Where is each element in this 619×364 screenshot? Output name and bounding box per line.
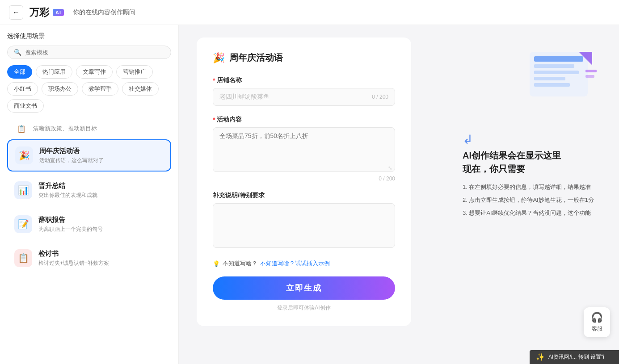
- cs-label: 客服: [592, 325, 602, 333]
- cs-float-button[interactable]: 🎧 客服: [584, 307, 610, 337]
- sidebar-list: 📋 清晰新政策、推动新目标 🎉 周年庆活动语 活动宣传语，这么写就对了 📊 晋升…: [0, 118, 178, 364]
- ai-hint-box: ↲ AI创作结果会在显示这里现在，你只需要 1. 在左侧填好必要的信息，填写越详…: [463, 132, 594, 221]
- promotion-desc: 突出你最佳的表现和成就: [38, 192, 164, 199]
- review-title: 检讨书: [38, 250, 164, 258]
- shop-name-label: * 店铺名称: [213, 76, 395, 84]
- category-tag-marketing[interactable]: 营销推广: [116, 65, 153, 79]
- sidebar-item-anniversary[interactable]: 🎉 周年庆活动语 活动宣传语，这么写就对了: [7, 139, 171, 172]
- back-button[interactable]: ←: [9, 5, 23, 20]
- review-desc: 检讨过失+诚恳认错+补救方案: [38, 259, 164, 267]
- policy-icon: 📋: [14, 121, 29, 136]
- ai-hint-title: AI创作结果会在显示这里现在，你只需要: [463, 149, 594, 176]
- header-slogan: 你的在线内容创作顾问: [73, 8, 135, 17]
- activity-textarea-wrapper: ⤡: [213, 127, 395, 174]
- sidebar-section-title: 选择使用场景: [7, 32, 171, 40]
- resignation-desc: 为离职画上一个完美的句号: [38, 226, 164, 233]
- activity-content-label: * 活动内容: [213, 116, 395, 124]
- content-area: 🎉 周年庆活动语 * 店铺名称 老四川鲜汤酸菜鱼 0 / 200 * 活动内容: [179, 25, 449, 364]
- form-title: 周年庆活动语: [229, 52, 283, 64]
- svg-rect-2: [534, 64, 574, 68]
- header: ← 万彩 AI 你的在线内容创作顾问: [0, 0, 619, 25]
- category-tag-xiaohongshu[interactable]: 小红书: [7, 82, 38, 96]
- bottom-bar-text: AI资讯网/i... 转到 设置"i: [548, 353, 604, 361]
- shop-name-input-row[interactable]: 老四川鲜汤酸菜鱼 0 / 200: [213, 88, 395, 106]
- ai-hint-step-3: 3. 想要让AI继续优化结果？当然没问题，这个功能: [463, 209, 594, 218]
- svg-rect-4: [534, 77, 565, 80]
- hint-text: 不知道写啥？: [223, 259, 257, 268]
- sidebar-item-resignation[interactable]: 📝 辞职报告 为离职画上一个完美的句号: [7, 209, 171, 239]
- search-box[interactable]: 🔍: [7, 46, 171, 59]
- category-tag-article[interactable]: 文章写作: [76, 65, 113, 79]
- svg-rect-7: [585, 70, 597, 72]
- ai-hint-list: 1. 在左侧填好必要的信息，填写越详细，结果越准 2. 点击立即生成按钮，静待A…: [463, 183, 594, 218]
- resize-icon: ⤡: [388, 165, 392, 171]
- promotion-icon: 📊: [14, 181, 32, 199]
- form-header: 🎉 周年庆活动语: [213, 52, 395, 64]
- resignation-content: 辞职报告 为离职画上一个完美的句号: [38, 216, 164, 233]
- illustration: [516, 43, 606, 114]
- logo-badge: AI: [53, 9, 64, 16]
- svg-rect-9: [534, 56, 583, 62]
- ai-hint-arrow: ↲: [463, 132, 594, 147]
- extra-textarea[interactable]: [213, 203, 395, 248]
- hint-row: 💡 不知道写啥？ 不知道写啥？试试插入示例: [213, 259, 395, 268]
- svg-rect-5: [534, 83, 570, 87]
- shop-name-field: * 店铺名称 老四川鲜汤酸菜鱼 0 / 200: [213, 76, 395, 106]
- shop-name-placeholder: 老四川鲜汤酸菜鱼: [219, 93, 269, 101]
- generate-button[interactable]: 立即生成: [213, 276, 395, 300]
- category-tags: 全部 热门应用 文章写作 营销推广 小红书 职场办公 教学帮手 社交媒体 商业文…: [0, 65, 178, 118]
- login-hint: 登录后即可体验AI创作: [213, 304, 395, 312]
- anniversary-title: 周年庆活动语: [39, 147, 163, 155]
- policy-label: 清晰新政策、推动新目标: [33, 125, 97, 133]
- category-tag-office[interactable]: 职场办公: [42, 82, 78, 96]
- svg-rect-3: [534, 71, 579, 74]
- search-input[interactable]: [25, 49, 164, 56]
- category-tag-all[interactable]: 全部: [7, 65, 32, 79]
- sidebar-item-review[interactable]: 📋 检讨书 检讨过失+诚恳认错+补救方案: [7, 243, 171, 273]
- sidebar-item-policy[interactable]: 📋 清晰新政策、推动新目标: [7, 118, 171, 139]
- category-tag-social[interactable]: 社交媒体: [122, 82, 159, 96]
- sidebar: 选择使用场景 🔍 全部 热门应用 文章写作 营销推广 小红书 职场办公 教学帮手…: [0, 25, 179, 364]
- anniversary-icon: 🎉: [15, 146, 33, 164]
- promotion-content: 晋升总结 突出你最佳的表现和成就: [38, 182, 164, 199]
- svg-rect-8: [585, 75, 594, 78]
- required-star-2: *: [213, 116, 215, 123]
- extra-textarea-wrapper: [213, 203, 395, 250]
- extra-note-field: 补充说明/特别要求: [213, 192, 395, 250]
- main-layout: 选择使用场景 🔍 全部 热门应用 文章写作 营销推广 小红书 职场办公 教学帮手…: [0, 25, 619, 364]
- sidebar-item-promotion[interactable]: 📊 晋升总结 突出你最佳的表现和成就: [7, 175, 171, 205]
- category-tag-business[interactable]: 商业文书: [7, 99, 44, 113]
- cs-icon: 🎧: [591, 312, 603, 323]
- search-icon: 🔍: [14, 49, 21, 56]
- shop-name-charcount: 0 / 200: [372, 94, 388, 100]
- anniversary-desc: 活动宣传语，这么写就对了: [39, 157, 163, 164]
- logo: 万彩 AI: [29, 6, 64, 19]
- anniversary-content: 周年庆活动语 活动宣传语，这么写就对了: [39, 147, 163, 164]
- back-icon: ←: [13, 8, 20, 17]
- review-content: 检讨书 检讨过失+诚恳认错+补救方案: [38, 250, 164, 267]
- bottom-bar: ✨ AI资讯网/i... 转到 设置"i: [530, 350, 619, 364]
- activity-textarea[interactable]: [213, 127, 395, 172]
- required-star-1: *: [213, 77, 215, 84]
- sidebar-top: 选择使用场景 🔍: [0, 25, 178, 65]
- logo-text: 万彩: [29, 6, 49, 19]
- hint-link[interactable]: 不知道写啥？试试插入示例: [260, 259, 330, 268]
- promotion-title: 晋升总结: [38, 182, 164, 190]
- extra-note-label: 补充说明/特别要求: [213, 192, 395, 200]
- review-icon: 📋: [14, 249, 32, 267]
- activity-charcount: 0 / 200: [213, 176, 395, 182]
- bottom-bar-icon: ✨: [536, 353, 545, 361]
- activity-content-field: * 活动内容 ⤡ 0 / 200: [213, 116, 395, 182]
- ai-hint-step-2: 2. 点击立即生成按钮，静待AI妙笔生花，一般在1分: [463, 196, 594, 205]
- form-header-icon: 🎉: [213, 52, 225, 64]
- category-tag-teaching[interactable]: 教学帮手: [82, 82, 118, 96]
- form-card: 🎉 周年庆活动语 * 店铺名称 老四川鲜汤酸菜鱼 0 / 200 * 活动内容: [197, 38, 411, 326]
- resignation-title: 辞职报告: [38, 216, 164, 224]
- resignation-icon: 📝: [14, 215, 32, 233]
- ai-hint-step-1: 1. 在左侧填好必要的信息，填写越详细，结果越准: [463, 183, 594, 192]
- hint-icon: 💡: [213, 260, 220, 267]
- category-tag-hot[interactable]: 热门应用: [36, 65, 72, 79]
